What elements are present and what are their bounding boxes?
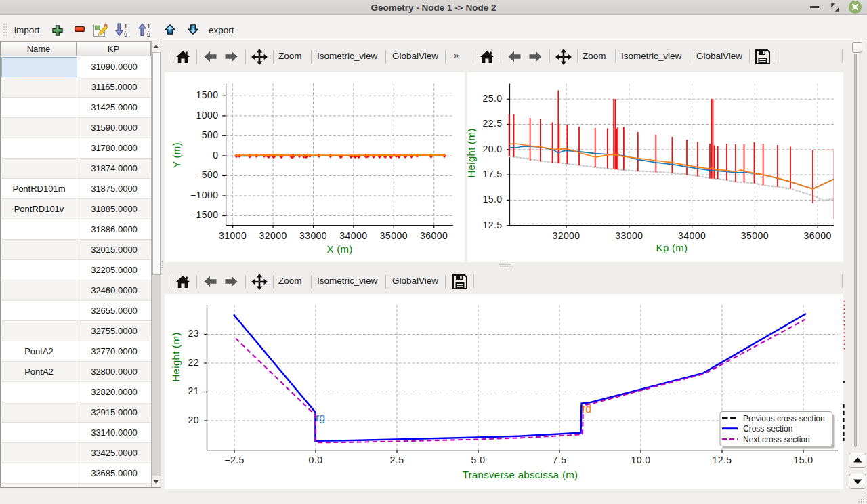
svg-text:Height (m): Height (m): [170, 332, 182, 381]
svg-text:2.5: 2.5: [390, 455, 404, 465]
svg-text:10.0: 10.0: [631, 455, 650, 465]
svg-text:12.5: 12.5: [712, 455, 732, 465]
svg-text:rg: rg: [316, 412, 325, 423]
svg-text:Cross-section: Cross-section: [743, 424, 792, 434]
svg-text:−2.5: −2.5: [224, 455, 244, 465]
svg-text:20: 20: [188, 415, 199, 425]
svg-text:22: 22: [188, 357, 199, 368]
svg-text:0.0: 0.0: [309, 455, 323, 465]
svg-text:5.0: 5.0: [471, 455, 486, 465]
svg-text:21: 21: [188, 385, 199, 396]
svg-text:Next cross-section: Next cross-section: [743, 435, 810, 444]
svg-text:15.0: 15.0: [793, 455, 813, 465]
svg-text:Transverse abscissa (m): Transverse abscissa (m): [463, 469, 578, 480]
svg-text:Previous cross-section: Previous cross-section: [743, 414, 825, 423]
svg-text:23: 23: [188, 328, 199, 339]
svg-text:rd: rd: [582, 403, 591, 415]
svg-text:7.5: 7.5: [553, 455, 567, 465]
